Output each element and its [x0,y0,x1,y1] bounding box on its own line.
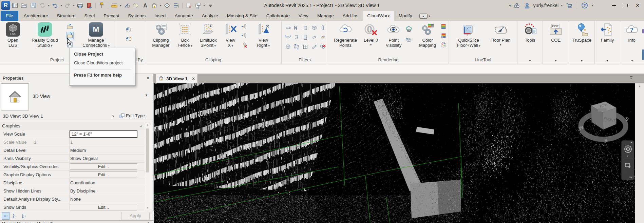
edit-type-button[interactable]: Edit Type [119,113,145,118]
fitter-panel-icon[interactable] [302,24,309,31]
navbar-close-icon[interactable]: ✕ [630,141,633,144]
manage-connections-button[interactable]: M Manage Connections▾ [79,22,113,48]
ribbon-display-toggle[interactable]: ▲▾ [419,11,430,21]
slab-left-icon[interactable] [241,32,248,39]
transfer-icon[interactable] [85,1,94,10]
truspace-button[interactable]: TruSpace [570,22,593,43]
view-x-button[interactable]: View X▾ [223,22,238,48]
fitter-door-icon[interactable] [302,34,309,41]
regenerate-points-button[interactable]: Regenerate Points [332,22,359,48]
fitter-elbow-icon[interactable] [293,24,300,31]
tab-systems[interactable]: Systems [124,11,150,21]
sphere-detect-icon[interactable] [125,26,132,33]
user-avatar-icon[interactable] [523,1,532,10]
revit-logo-icon[interactable]: R [1,1,10,10]
section-header-graphics[interactable]: Graphics∧ [0,122,144,130]
print-icon[interactable] [76,1,84,10]
section-collapse-icon[interactable]: ∧ [140,122,142,130]
fitter-window-icon[interactable] [302,43,309,50]
fitter-beam-pair-icon[interactable] [293,43,300,50]
property-edit-button[interactable]: Edit... [70,171,137,178]
property-edit-button[interactable]: Edit... [70,204,137,210]
property-value[interactable]: 1 [70,140,73,145]
tab-steel[interactable]: Steel [80,11,99,21]
navbar-zoom-icon[interactable] [624,162,632,170]
pin-icon[interactable] [97,1,106,10]
tools-panel-caret-icon[interactable]: ▾ [517,59,543,62]
reality-cloud-studio-button[interactable]: Reality Cloud Studio▾ [25,22,64,48]
undo-caret-icon[interactable]: ▾ [60,4,63,7]
apply-button[interactable]: Apply [121,212,150,220]
close-button[interactable]: × [632,1,643,10]
minimize-button[interactable] [609,1,619,10]
fitter-beam-icon[interactable] [293,34,300,41]
level-0-button[interactable]: 0 Level 0 ▾ [361,22,380,46]
property-value-input[interactable]: 12" = 1'-0" [70,130,137,138]
redo-caret-icon[interactable]: ▾ [72,4,75,7]
close-doc-icon[interactable] [184,1,193,10]
view-tab-3d-view-1[interactable]: 3D View 1 ✕ [156,74,198,83]
section-sphere-icon[interactable] [163,1,171,10]
property-value[interactable]: None [70,197,81,202]
tab-file[interactable]: File [1,11,18,21]
color-mapping-button[interactable]: Color Mapping [416,22,439,48]
fitter-sphere-snap-icon[interactable] [285,43,291,50]
type-selector[interactable]: 3D View ▼ [0,83,153,112]
steering-wheel-icon[interactable] [624,145,632,154]
tab-modify[interactable]: Modify [394,11,417,21]
view-right-button[interactable]: View Right▾ [253,22,273,48]
fitter-cylinder-icon[interactable] [311,34,318,41]
home-icon[interactable] [150,1,159,10]
property-value[interactable]: By Discipline [70,188,95,194]
project-browser-close-icon[interactable]: × [147,221,150,223]
scrollbar-thumb[interactable] [146,128,149,173]
fitter-column-icon[interactable] [319,24,326,31]
search-icon[interactable] [512,1,521,10]
sort-default-button[interactable]: ≡↕ [2,212,10,220]
fitter-grid-icon[interactable] [319,34,326,41]
project-browser-header[interactable]: Project Browser - Project1 × [0,220,154,223]
coe-button[interactable]: COE COE [546,22,566,43]
quickslice-button[interactable]: 21 QuickSlice Floor+Wall▾ [454,22,484,48]
gradient-box-icon[interactable] [440,23,447,30]
dimension-icon[interactable] [122,1,131,10]
tab-massing-site[interactable]: Massing & Site [223,11,262,21]
navbar-menu-icon[interactable]: ≡▾ [629,176,632,179]
measure-caret-icon[interactable]: ▾ [119,4,122,7]
store-cart-icon[interactable] [565,1,574,10]
family-button[interactable]: Family [598,22,617,43]
tools-button[interactable]: Tools [519,22,541,43]
gradient-settings-icon[interactable] [440,32,447,39]
view-tab-list-icon[interactable]: ▼ [630,76,632,80]
help-menu-caret-icon[interactable]: ▾ [591,4,594,7]
view-tab-close-icon[interactable]: ✕ [192,76,195,81]
redo-icon[interactable] [63,1,72,10]
family-panel-caret-icon[interactable]: ▾ [595,59,620,62]
home-caret-icon[interactable]: ▾ [159,4,162,7]
slab-delete-icon[interactable] [241,41,248,48]
tab-precast[interactable]: Precast [99,11,124,21]
fitter-disconnect-icon[interactable] [319,43,326,50]
point-cloud-view[interactable] [154,83,635,223]
sort-descending-button[interactable]: ZA↓ [20,212,28,220]
cube-view-icon[interactable] [405,37,412,43]
slab-in-icon[interactable] [241,23,248,30]
tag-icon[interactable] [132,1,140,10]
truspace-panel-caret-icon[interactable]: ▾ [569,59,594,62]
tab-view[interactable]: View [294,11,313,21]
navbar-wheel-caret-icon[interactable]: ▾ [622,155,634,158]
save-icon[interactable] [29,1,38,10]
properties-close-icon[interactable]: × [147,75,149,81]
collapse-left-icon[interactable]: ◂ [509,4,511,7]
instance-caret-icon[interactable]: ∨ [112,114,114,118]
limitbox-3point-button[interactable]: LimitBox 3Point▾ [197,22,220,48]
info-panel-caret-icon[interactable]: ▾ [620,59,644,62]
property-edit-button[interactable]: Edit... [70,163,137,170]
fitter-duct-icon[interactable] [311,24,318,31]
floor-plan-button[interactable]: Floor Plan ▾ [488,22,513,46]
tab-structure[interactable]: Structure [53,11,80,21]
info-button[interactable]: ? Info [623,22,641,43]
tab-cloudworx[interactable]: CloudWorx [363,11,394,21]
tab-analyze[interactable]: Analyze [197,11,223,21]
property-value[interactable]: Medium [70,148,86,153]
